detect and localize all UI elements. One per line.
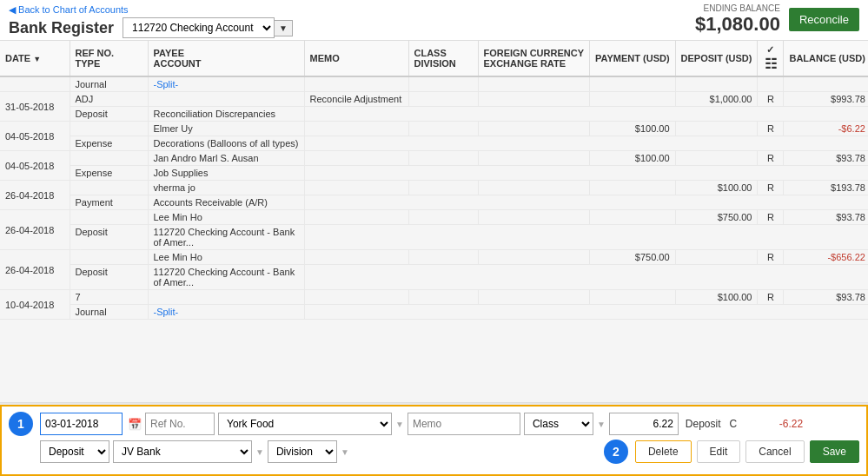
- edit-button[interactable]: Edit: [697, 440, 741, 463]
- cell-memo: [304, 76, 408, 92]
- deposit-label: Deposit: [686, 418, 721, 430]
- cell-ref: [70, 250, 148, 265]
- ending-balance-amount: $1,080.00: [695, 13, 780, 35]
- col-check: ✓ ☷: [758, 41, 784, 76]
- table-row[interactable]: 26-04-2018 vherma jo $100.00 R $193.78: [0, 181, 868, 195]
- table-row[interactable]: Expense Job Supplies: [0, 166, 868, 181]
- cell-class: [408, 250, 478, 265]
- cell-balance: $93.78: [784, 151, 868, 166]
- cell-date: 10-04-2018: [0, 290, 70, 320]
- cancel-button[interactable]: Cancel: [745, 440, 804, 463]
- cell-class: [408, 76, 478, 92]
- cell-class: [408, 92, 478, 107]
- account-dropdown-arrow[interactable]: ▼: [275, 20, 293, 36]
- table-row[interactable]: Deposit 112720 Checking Account - Bank o…: [0, 265, 868, 290]
- cell-class: [408, 151, 478, 166]
- ref-input[interactable]: [145, 413, 215, 435]
- cell-check: R: [758, 92, 784, 107]
- back-to-chart-link[interactable]: ◀ Back to Chart of Accounts: [9, 4, 129, 15]
- cell-type: Deposit: [70, 265, 148, 290]
- table-row[interactable]: 04-05-2018 Jan Andro Marl S. Ausan $100.…: [0, 151, 868, 166]
- cell-account: 112720 Checking Account - Bank of Amer..…: [148, 225, 304, 250]
- cell-deposit: $100.00: [675, 181, 758, 195]
- type-select[interactable]: Deposit: [40, 440, 109, 463]
- reconcile-button[interactable]: Reconcile: [789, 8, 859, 31]
- table-row[interactable]: 26-04-2018 Lee Min Ho $750.00 R $93.78: [0, 210, 868, 225]
- split-link[interactable]: -Split-: [154, 79, 179, 89]
- cell-foreign: [478, 181, 590, 195]
- cell-payment: [590, 290, 676, 305]
- table-row[interactable]: 26-04-2018 Lee Min Ho $750.00 R -$656.22: [0, 250, 868, 265]
- delete-button[interactable]: Delete: [635, 440, 692, 463]
- cell-payment: [590, 76, 676, 92]
- cell-ref: 7: [70, 290, 148, 305]
- cell-account: 112720 Checking Account - Bank of Amer..…: [148, 265, 304, 290]
- cell-balance: -$656.22: [784, 250, 868, 265]
- col-class-division: CLASSDIVISION: [408, 41, 478, 76]
- cell-deposit: [675, 250, 758, 265]
- account-select[interactable]: 112720 Checking Account: [123, 17, 275, 38]
- cell-deposit: $750.00: [675, 210, 758, 225]
- cell-ref: Journal: [70, 76, 148, 92]
- cell-class: [408, 122, 478, 136]
- cell-account: Decorations (Balloons of all types): [148, 136, 304, 151]
- save-button[interactable]: Save: [810, 440, 859, 463]
- cell-memo: [304, 122, 408, 136]
- cell-account: Job Supplies: [148, 166, 304, 181]
- table-row[interactable]: Expense Decorations (Balloons of all typ…: [0, 136, 868, 151]
- table-row[interactable]: Journal -Split-: [0, 305, 868, 320]
- division-select[interactable]: Division: [268, 440, 337, 463]
- cell-deposit: [675, 76, 758, 92]
- table-row[interactable]: 31-05-2018 ADJ Reconcile Adjustment $1,0…: [0, 92, 868, 107]
- cell-foreign: [478, 92, 590, 107]
- cell-balance: -$6.22: [784, 122, 868, 136]
- cell-check: R: [758, 290, 784, 305]
- table-row[interactable]: Deposit Reconciliation Discrepancies: [0, 107, 868, 122]
- cell-check: R: [758, 210, 784, 225]
- table-row[interactable]: Journal -Split-: [0, 76, 868, 92]
- cell-payment: $100.00: [590, 151, 676, 166]
- cell-payment: $100.00: [590, 122, 676, 136]
- account-select2[interactable]: JV Bank: [113, 440, 252, 463]
- cell-check: [758, 76, 784, 92]
- calendar-icon[interactable]: 📅: [128, 418, 142, 431]
- col-payee-account: PAYEEACCOUNT: [148, 41, 304, 76]
- cell-balance: $993.78: [784, 92, 868, 107]
- cell-date: 26-04-2018: [0, 181, 70, 210]
- table-row[interactable]: Payment Accounts Receivable (A/R): [0, 195, 868, 210]
- payment-input[interactable]: [609, 413, 679, 435]
- date-input[interactable]: [40, 413, 123, 435]
- cell-type: Deposit: [70, 107, 148, 122]
- payee-select[interactable]: York Food: [218, 413, 392, 435]
- cell-ref: [70, 122, 148, 136]
- cell-date: 26-04-2018: [0, 250, 70, 290]
- cell-check: R: [758, 181, 784, 195]
- col-payment: PAYMENT (USD): [590, 41, 676, 76]
- cell-account: Reconciliation Discrepancies: [148, 107, 304, 122]
- cell-check: R: [758, 151, 784, 166]
- table-row[interactable]: Deposit 112720 Checking Account - Bank o…: [0, 225, 868, 250]
- table-row[interactable]: 04-05-2018 Elmer Uy $100.00 R -$6.22: [0, 122, 868, 136]
- cell-ref: [70, 181, 148, 195]
- cell-payment: $750.00: [590, 250, 676, 265]
- memo-input[interactable]: [407, 413, 520, 435]
- badge-1: 1: [9, 412, 33, 436]
- col-memo: MEMO: [304, 41, 408, 76]
- cell-class: [408, 290, 478, 305]
- col-refno-type: REF NO.TYPE: [70, 41, 148, 76]
- table-row[interactable]: 10-04-2018 7 $100.00 R $93.78: [0, 290, 868, 305]
- split-link-2[interactable]: -Split-: [154, 307, 179, 317]
- cell-type: Deposit: [70, 225, 148, 250]
- edit-row-area: 1 📅 York Food ▼ Class ▼ Deposit C -6.22: [0, 405, 868, 476]
- cell-memo: Reconcile Adjustment: [304, 92, 408, 107]
- col-balance: BALANCE (USD): [784, 41, 868, 76]
- cell-memo: [304, 210, 408, 225]
- cell-foreign: [478, 76, 590, 92]
- cell-date: 26-04-2018: [0, 210, 70, 250]
- cell-payment: [590, 210, 676, 225]
- cell-deposit: [675, 122, 758, 136]
- col-date[interactable]: DATE ▼: [0, 41, 70, 76]
- cell-memo: [304, 250, 408, 265]
- class-select[interactable]: Class: [524, 413, 593, 435]
- cell-check: R: [758, 122, 784, 136]
